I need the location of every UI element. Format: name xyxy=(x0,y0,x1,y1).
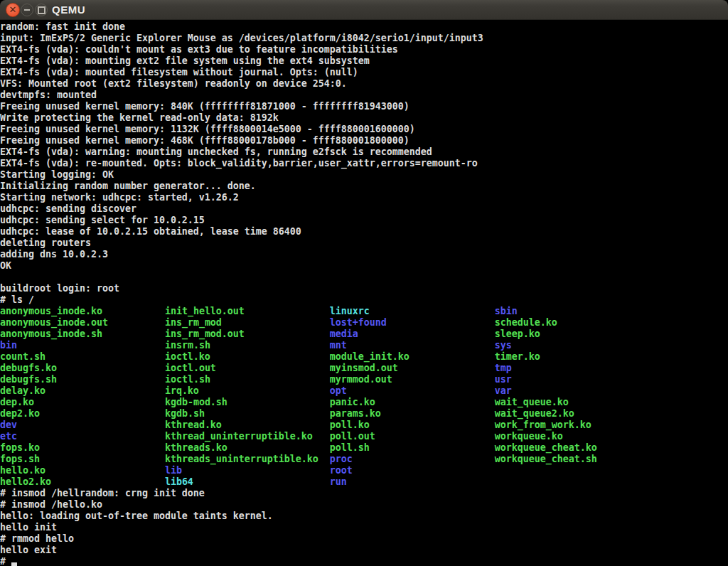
ls-entry: kgdb-mod.sh xyxy=(165,397,228,407)
terminal-text: EXT4-fs (vda): couldn't mount as ext3 du… xyxy=(0,44,398,55)
ls-entry: module_init.ko xyxy=(330,351,410,362)
ls-entry: lost+found xyxy=(330,317,387,328)
terminal-line: EXT4-fs (vda): warning: mounting uncheck… xyxy=(0,146,728,158)
column-gap xyxy=(210,340,330,351)
ls-entry: dev xyxy=(0,420,17,430)
column-gap xyxy=(216,363,330,373)
ls-entry: kthread_uninterruptible.ko xyxy=(165,431,313,442)
terminal-text: EXT4-fs (vda): mounting ext2 file system… xyxy=(0,55,370,66)
terminal-line: Freeing unused kernel memory: 468K (ffff… xyxy=(0,135,728,146)
ls-entry: dep.ko xyxy=(0,397,34,407)
column-gap xyxy=(34,397,165,407)
column-gap xyxy=(210,374,330,385)
terminal-text: Write protecting the kernel read-only da… xyxy=(0,112,279,123)
column-gap xyxy=(108,317,165,328)
terminal-line: anonymous_inode.out ins_rm_mod lost+foun… xyxy=(0,317,728,329)
terminal-screen[interactable]: random: fast init doneinput: ImExPS/2 Ge… xyxy=(0,20,728,566)
ls-entry: hello2.ko xyxy=(0,476,51,487)
terminal-line: EXT4-fs (vda): re-mounted. Opts: block_v… xyxy=(0,158,728,169)
column-gap xyxy=(102,329,165,339)
terminal-line: debugfs.ko ioctl.out myinsmod.out tmp xyxy=(0,363,728,374)
terminal-line: dep2.ko kgdb.sh params.ko wait_queue2.ko xyxy=(0,408,728,420)
close-icon: ✕ xyxy=(9,5,17,14)
ls-entry: hello.ko xyxy=(0,465,46,476)
terminal-text: hello: loading out-of-tree module taints… xyxy=(0,511,273,521)
terminal-text: Freeing unused kernel memory: 468K (ffff… xyxy=(0,135,410,146)
ls-entry: kgdb.sh xyxy=(165,408,205,419)
column-gap xyxy=(40,454,165,464)
column-gap xyxy=(210,351,330,362)
terminal-line: anonymous_inode.sh ins_rm_mod.out media … xyxy=(0,329,728,340)
ls-entry: anonymous_inode.out xyxy=(0,317,108,328)
column-gap xyxy=(245,306,330,316)
minimize-icon xyxy=(24,9,30,11)
terminal-line: Initializing random number generator... … xyxy=(0,181,728,192)
ls-entry: sleep.ko xyxy=(495,329,540,339)
window-minimize-button[interactable] xyxy=(21,4,33,16)
window-close-button[interactable]: ✕ xyxy=(6,3,20,17)
terminal-text: adding dns 10.0.2.3 xyxy=(0,249,108,260)
ls-entry: workqueue_cheat.sh xyxy=(495,454,597,464)
terminal-text: deleting routers xyxy=(0,237,91,248)
ls-entry: workqueue_cheat.ko xyxy=(495,442,597,453)
terminal-line xyxy=(0,272,728,283)
terminal-text: VFS: Mounted root (ext2 filesystem) read… xyxy=(0,78,347,89)
column-gap xyxy=(347,340,495,351)
terminal-line: devtmpfs: mounted xyxy=(0,90,728,101)
terminal-text: input: ImExPS/2 Generic Explorer Mouse a… xyxy=(0,33,483,43)
column-gap xyxy=(375,397,495,407)
terminal-line: hello init xyxy=(0,522,728,533)
ls-entry: work_from_work.ko xyxy=(495,420,592,430)
terminal-text: # rmmod hello xyxy=(0,533,74,544)
terminal-line: dev kthread.ko poll.ko work_from_work.ko xyxy=(0,420,728,431)
ls-entry: kthread.ko xyxy=(165,420,222,430)
terminal-line: Write protecting the kernel read-only da… xyxy=(0,112,728,124)
terminal-line: fops.ko kthreads.ko poll.sh workqueue_ch… xyxy=(0,442,728,454)
column-gap xyxy=(182,465,330,476)
column-gap xyxy=(57,374,165,385)
terminal-line: # xyxy=(0,556,728,566)
column-gap xyxy=(205,408,330,419)
column-gap xyxy=(375,431,495,442)
ls-entry: kthreads_uninterruptible.ko xyxy=(165,454,318,464)
column-gap xyxy=(381,408,495,419)
terminal-line: udhcpc: sending discover xyxy=(0,203,728,215)
terminal-line: VFS: Mounted root (ext2 filesystem) read… xyxy=(0,78,728,90)
column-gap xyxy=(17,340,165,351)
column-gap xyxy=(347,385,495,396)
qemu-window: ✕ QEMU random: fast init doneinput: ImEx… xyxy=(0,0,728,566)
column-gap xyxy=(392,374,495,385)
ls-entry: anonymous_inode.ko xyxy=(0,306,102,316)
column-gap xyxy=(370,306,495,316)
column-gap xyxy=(318,454,330,464)
column-gap xyxy=(313,431,330,442)
terminal-text: EXT4-fs (vda): mounted filesystem withou… xyxy=(0,67,358,78)
ls-entry: delay.ko xyxy=(0,385,46,396)
terminal-text: udhcpc: sending select for 10.0.2.15 xyxy=(0,215,205,225)
ls-entry: myinsmod.out xyxy=(330,363,398,373)
window-titlebar[interactable]: ✕ QEMU xyxy=(0,0,728,20)
ls-entry: schedule.ko xyxy=(495,317,557,328)
column-gap xyxy=(398,363,495,373)
column-gap xyxy=(46,351,165,362)
terminal-line: fops.sh kthreads_uninterruptible.ko proc… xyxy=(0,454,728,465)
ls-entry: sys xyxy=(495,340,512,351)
terminal-line: count.sh ioctl.ko module_init.ko timer.k… xyxy=(0,351,728,363)
ls-entry: sbin xyxy=(495,306,518,316)
ls-entry: lib64 xyxy=(165,476,193,487)
window-maximize-button[interactable] xyxy=(35,4,48,16)
ls-entry: opt xyxy=(330,385,347,396)
terminal-text: # ls / xyxy=(0,294,34,305)
terminal-line: Freeing unused kernel memory: 840K (ffff… xyxy=(0,101,728,112)
column-gap xyxy=(410,351,495,362)
ls-entry: init_hello.out xyxy=(165,306,245,316)
terminal-text: EXT4-fs (vda): re-mounted. Opts: block_v… xyxy=(0,158,478,169)
terminal-text: EXT4-fs (vda): warning: mounting uncheck… xyxy=(0,146,432,157)
ls-entry: workqueue.ko xyxy=(495,431,563,442)
terminal-text: devtmpfs: mounted xyxy=(0,90,97,100)
column-gap xyxy=(228,397,330,407)
terminal-line: anonymous_inode.ko init_hello.out linuxr… xyxy=(0,306,728,317)
column-gap xyxy=(222,420,330,430)
ls-entry: tmp xyxy=(495,363,512,373)
terminal-line: deleting routers xyxy=(0,237,728,249)
